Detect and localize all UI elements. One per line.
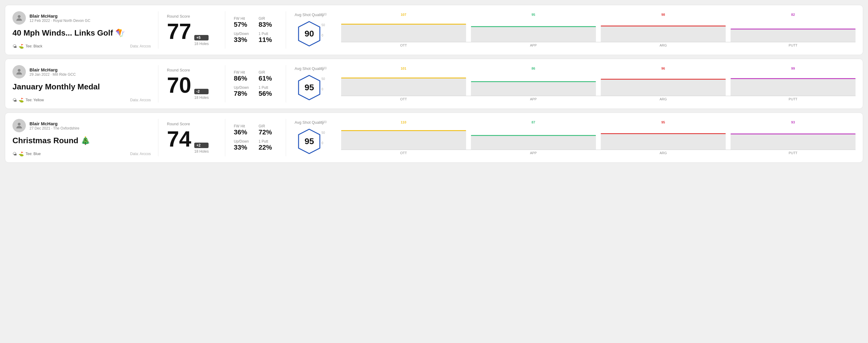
- user-name: Blair McHarg: [30, 121, 79, 126]
- bar-top-label-arg: 96: [601, 67, 726, 70]
- gir-stat: GIR 83%: [259, 17, 278, 29]
- bar-putt: [731, 71, 856, 96]
- bar-app: [471, 18, 596, 42]
- round-title: 40 Mph Winds... Links Golf 🪁: [12, 28, 151, 38]
- gir-label: GIR: [259, 17, 278, 21]
- bar-arg: [601, 71, 726, 96]
- stats-grid: FW Hit 86% GIR 61% Up/Down 78% 1 Putt 56…: [234, 70, 277, 98]
- y-axis: 100 50 0: [322, 13, 327, 37]
- hex-score-value: 90: [305, 29, 314, 39]
- bar-ott: [341, 125, 466, 150]
- holes-label: 18 Holes: [194, 95, 209, 100]
- weather-icon: 🌤: [12, 44, 17, 49]
- bar-putt: [731, 125, 856, 150]
- bar-top-label-putt: 99: [731, 67, 856, 70]
- card-footer: 🌤 ⛳ Tee: Black Data: Arccos: [12, 44, 151, 49]
- bar-putt: [731, 18, 856, 42]
- avg-shot-quality-label: Avg Shot Quality: [294, 120, 324, 125]
- round-title: January Monthly Medal: [12, 82, 151, 92]
- chart-bars: [341, 18, 856, 42]
- user-meta: 29 Jan 2022 · Mill Ride GCC: [30, 72, 76, 76]
- tee-label: Tee: Yellow: [26, 98, 44, 102]
- bar-top-label-arg: 98: [601, 13, 726, 17]
- gir-value: 61%: [259, 74, 278, 83]
- big-score: 77: [167, 20, 191, 42]
- card-left-2: Blair McHarg 29 Jan 2022 · Mill Ride GCC…: [12, 65, 158, 102]
- gir-value: 72%: [259, 128, 278, 136]
- oneputt-label: 1 Putt: [259, 86, 278, 90]
- score-row: 74 +2 18 Holes: [167, 128, 216, 154]
- hex-container: Avg Shot Quality 95: [294, 66, 324, 101]
- oneputt-value: 56%: [259, 90, 278, 98]
- bar-label-putt: PUTT: [731, 151, 856, 155]
- bar-label-arg: ARG: [601, 151, 726, 155]
- fw-hit-label: FW Hit: [234, 124, 253, 128]
- user-header: Blair McHarg 27 Dec 2021 · The Oxfordshi…: [12, 119, 151, 132]
- weather-icon: 🌤: [12, 98, 17, 102]
- y-axis-bottom: 0: [322, 34, 327, 37]
- oneputt-stat: 1 Putt 11%: [259, 32, 278, 44]
- big-score: 74: [167, 128, 191, 150]
- stats-section: FW Hit 86% GIR 61% Up/Down 78% 1 Putt 56…: [225, 65, 286, 102]
- y-axis: 100 50 0: [322, 120, 327, 145]
- bar-app: [471, 125, 596, 150]
- avg-shot-quality-label: Avg Shot Quality: [294, 66, 324, 71]
- score-row: 77 +5 18 Holes: [167, 20, 216, 46]
- y-axis-top: 100: [322, 67, 327, 70]
- oneputt-value: 22%: [259, 144, 278, 151]
- round-card-2: Blair McHarg 29 Jan 2022 · Mill Ride GCC…: [5, 59, 863, 109]
- svg-point-2: [18, 69, 20, 72]
- bar-app: [471, 71, 596, 96]
- updown-stat: Up/Down 33%: [234, 32, 253, 44]
- chart-top-labels: 110879593: [341, 120, 856, 124]
- round-card-1: Blair McHarg 12 Feb 2022 · Royal North D…: [5, 5, 863, 55]
- y-axis-mid: 50: [322, 77, 327, 81]
- stats-section: FW Hit 57% GIR 83% Up/Down 33% 1 Putt 11…: [225, 11, 286, 49]
- bar-top-label-putt: 82: [731, 13, 856, 17]
- updown-label: Up/Down: [234, 32, 253, 36]
- card-left-1: Blair McHarg 12 Feb 2022 · Royal North D…: [12, 11, 158, 49]
- chart-baseline: [341, 96, 856, 96]
- y-axis-top: 100: [322, 120, 327, 124]
- tee-label: Tee: Blue: [26, 152, 41, 156]
- user-header: Blair McHarg 12 Feb 2022 · Royal North D…: [12, 11, 151, 25]
- fw-hit-label: FW Hit: [234, 70, 253, 74]
- big-score: 70: [167, 74, 191, 96]
- bar-label-ott: OTT: [341, 151, 466, 155]
- bar-label-app: APP: [471, 43, 596, 47]
- avatar: [12, 119, 26, 132]
- updown-value: 33%: [234, 144, 253, 151]
- round-title: Christmas Round 🎄: [12, 136, 151, 145]
- tee-info: 🌤 ⛳ Tee: Black: [12, 44, 42, 49]
- user-name: Blair McHarg: [30, 67, 76, 72]
- bar-label-putt: PUTT: [731, 43, 856, 47]
- golf-icon: ⛳: [19, 44, 24, 49]
- bar-top-label-app: 86: [471, 67, 596, 70]
- chart-bottom-labels: OTTAPPARGPUTT: [341, 43, 856, 47]
- user-header: Blair McHarg 29 Jan 2022 · Mill Ride GCC: [12, 65, 151, 79]
- fw-hit-value: 57%: [234, 21, 253, 29]
- bar-arg: [601, 18, 726, 42]
- score-diff-badge: -2: [194, 89, 209, 94]
- updown-stat: Up/Down 33%: [234, 139, 253, 151]
- avg-shot-quality-label: Avg Shot Quality: [294, 12, 324, 17]
- stats-grid: FW Hit 36% GIR 72% Up/Down 33% 1 Putt 22…: [234, 124, 277, 151]
- user-meta: 27 Dec 2021 · The Oxfordshire: [30, 126, 79, 130]
- bar-top-label-ott: 101: [341, 67, 466, 70]
- score-badge-col: +5 18 Holes: [194, 35, 209, 46]
- score-badge-col: -2 18 Holes: [194, 89, 209, 100]
- score-section: Round Score 74 +2 18 Holes: [158, 119, 225, 156]
- hex-score-value: 95: [305, 83, 314, 92]
- oneputt-value: 11%: [259, 36, 278, 44]
- updown-label: Up/Down: [234, 86, 253, 90]
- y-axis-bottom: 0: [322, 142, 327, 145]
- bar-label-arg: ARG: [601, 97, 726, 101]
- user-info: Blair McHarg 27 Dec 2021 · The Oxfordshi…: [30, 121, 79, 130]
- bar-chart: 100 50 0 110879593: [331, 120, 856, 155]
- bar-top-label-ott: 110: [341, 120, 466, 124]
- chart-top-labels: 101869699: [341, 67, 856, 70]
- bar-label-app: APP: [471, 151, 596, 155]
- round-card-3: Blair McHarg 27 Dec 2021 · The Oxfordshi…: [5, 113, 863, 163]
- oneputt-label: 1 Putt: [259, 139, 278, 144]
- hexagon: 90: [296, 20, 323, 48]
